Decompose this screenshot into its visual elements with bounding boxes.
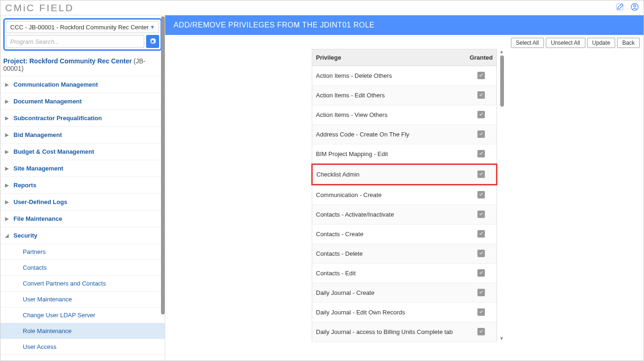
checkbox-checked-icon[interactable]: [477, 289, 485, 296]
table-row: Contacts - Delete: [312, 244, 497, 264]
nav-item-label: Budget & Cost Management: [13, 148, 94, 155]
nav-item-site-management[interactable]: ▶Site Management: [0, 160, 165, 177]
granted-cell: [466, 185, 496, 205]
update-button[interactable]: Update: [587, 38, 616, 48]
nav-subitem-role-maintenance[interactable]: Role Maintenance: [0, 323, 165, 339]
checkbox-checked-icon[interactable]: [477, 150, 485, 157]
nav-item-label: User-Defined Logs: [13, 198, 67, 205]
col-granted[interactable]: Granted: [466, 49, 496, 66]
privileges-table-wrap: ▲ Privilege Granted Action Items - Delet…: [311, 49, 497, 342]
scroll-down-icon[interactable]: ▼: [499, 336, 504, 341]
nav-tree: ▶Communication Management▶Document Manag…: [0, 76, 165, 361]
nav-item-file-maintenance[interactable]: ▶File Maintenance: [0, 210, 165, 227]
nav-subitem-convert-partners-and-contacts[interactable]: Convert Partners and Contacts: [0, 275, 165, 291]
table-row: Contacts - Create: [312, 225, 497, 244]
program-search-input[interactable]: [6, 35, 144, 48]
checkbox-checked-icon[interactable]: [477, 72, 485, 79]
tree-expand-icon: ▶: [5, 216, 12, 221]
granted-cell: [466, 225, 496, 244]
app-logo: CMiC FIELD: [5, 2, 74, 14]
tree-expand-icon: ▶: [5, 149, 12, 154]
col-privilege[interactable]: Privilege: [312, 49, 466, 66]
sidebar-scrollbar[interactable]: [161, 16, 165, 314]
granted-cell: [466, 205, 496, 225]
checkbox-checked-icon[interactable]: [477, 211, 485, 218]
granted-cell: [466, 144, 496, 164]
tree-expand-icon: ▶: [5, 132, 12, 137]
nav-item-label: File Maintenance: [13, 215, 62, 222]
table-row: Daily Journal - Edit Own Records: [312, 303, 497, 322]
user-icon[interactable]: [631, 3, 639, 13]
select-all-button[interactable]: Select All: [511, 38, 544, 48]
unselect-all-button[interactable]: Unselect All: [546, 38, 585, 48]
nav-subitem-change-user-ldap-server[interactable]: Change User LDAP Server: [0, 307, 165, 323]
tree-expand-icon: ▶: [5, 166, 12, 171]
privilege-cell: Daily Journal - access to Billing Units …: [312, 322, 466, 342]
action-toolbar: Select All Unselect All Update Back: [165, 35, 644, 49]
checkbox-checked-icon[interactable]: [477, 308, 485, 316]
table-row: Action Items - Delete Others: [312, 66, 497, 86]
tree-expand-icon: ▶: [5, 82, 12, 87]
checkbox-checked-icon[interactable]: [477, 170, 485, 178]
page-title: ADD/REMOVE PRIVILEGES FROM THE JDINT01 R…: [165, 15, 644, 35]
privilege-cell: BIM Project Mapping - Edit: [312, 144, 466, 164]
checkbox-checked-icon[interactable]: [477, 328, 485, 335]
privilege-cell: Action Items - View Others: [312, 105, 466, 125]
nav-item-security[interactable]: ◢Security: [0, 227, 165, 244]
nav-subitem-user-access[interactable]: User Access: [0, 339, 165, 354]
granted-cell: [466, 86, 496, 105]
privilege-cell: Address Code - Create On The Fly: [312, 125, 466, 144]
nav-item-user-defined-logs[interactable]: ▶User-Defined Logs: [0, 193, 165, 210]
table-scrollbar[interactable]: [500, 55, 504, 107]
nav-item-budget-cost-management[interactable]: ▶Budget & Cost Management: [0, 143, 165, 160]
privilege-cell: Contacts - Delete: [312, 244, 466, 264]
checkbox-checked-icon[interactable]: [477, 250, 485, 257]
nav-subitem-project-roles[interactable]: Project Roles: [0, 354, 165, 361]
nav-item-subcontractor-prequalification[interactable]: ▶Subcontractor Prequalification: [0, 109, 165, 126]
table-row: Checklist Admin: [312, 164, 497, 185]
table-row: Action Items - Edit Others: [312, 86, 497, 105]
checkbox-checked-icon[interactable]: [477, 269, 485, 277]
back-button[interactable]: Back: [617, 38, 640, 48]
privilege-cell: Contacts - Edit: [312, 264, 466, 283]
granted-cell: [466, 322, 496, 342]
project-dropdown[interactable]: CCC - JB-00001 - Rockford Community Rec …: [6, 21, 159, 33]
nav-item-label: Document Management: [13, 98, 82, 105]
privilege-cell: Action Items - Delete Others: [312, 66, 466, 86]
nav-item-label: Bid Management: [13, 131, 62, 138]
checkbox-checked-icon[interactable]: [477, 111, 485, 118]
checkbox-checked-icon[interactable]: [477, 191, 485, 198]
granted-cell: [466, 264, 496, 283]
granted-cell: [466, 244, 496, 264]
scroll-up-icon[interactable]: ▲: [499, 49, 504, 54]
nav-subitem-contacts[interactable]: Contacts: [0, 259, 165, 275]
privilege-cell: Daily Journal - Create: [312, 283, 466, 303]
nav-item-label: Site Management: [13, 165, 63, 172]
checkbox-checked-icon[interactable]: [477, 91, 485, 99]
main-content: ADD/REMOVE PRIVILEGES FROM THE JDINT01 R…: [165, 15, 644, 361]
table-row: Daily Journal - Create: [312, 283, 497, 303]
topbar: CMiC FIELD: [0, 0, 644, 15]
granted-cell: [466, 105, 496, 125]
project-selector-box: CCC - JB-00001 - Rockford Community Rec …: [3, 18, 162, 51]
privileges-table: Privilege Granted Action Items - Delete …: [311, 49, 497, 342]
tree-expand-icon: ▶: [5, 99, 12, 104]
sidebar: CCC - JB-00001 - Rockford Community Rec …: [0, 15, 165, 361]
nav-item-document-management[interactable]: ▶Document Management: [0, 93, 165, 109]
nav-subitem-partners[interactable]: Partners: [0, 244, 165, 259]
nav-item-bid-management[interactable]: ▶Bid Management: [0, 126, 165, 143]
nav-item-reports[interactable]: ▶Reports: [0, 177, 165, 193]
tree-expand-icon: ▶: [5, 183, 12, 188]
privilege-cell: Contacts - Activate/Inactivate: [312, 205, 466, 225]
tree-expand-icon: ▶: [5, 199, 12, 204]
search-settings-button[interactable]: [146, 35, 159, 48]
gear-icon: [149, 38, 156, 45]
nav-item-communication-management[interactable]: ▶Communication Management: [0, 76, 165, 93]
nav-item-label: Communication Management: [13, 81, 98, 88]
nav-subitem-user-maintenance[interactable]: User Maintenance: [0, 291, 165, 307]
checkbox-checked-icon[interactable]: [477, 230, 485, 238]
edit-icon[interactable]: [616, 3, 624, 13]
table-row: Daily Journal - access to Billing Units …: [312, 322, 497, 342]
checkbox-checked-icon[interactable]: [477, 130, 485, 138]
granted-cell: [466, 303, 496, 322]
